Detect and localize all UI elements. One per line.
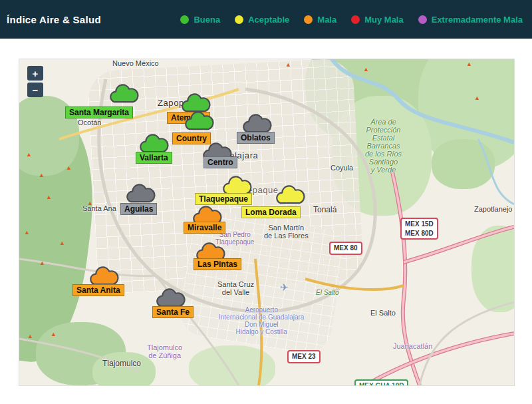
legend-dot-muy-mala-icon: [351, 15, 360, 24]
place-label-zapotlanejo: Zapotlanejo: [474, 205, 513, 213]
station-label: Santa Anita: [72, 284, 124, 296]
peak-icon: ▲: [474, 95, 480, 101]
peak-icon: ▲: [27, 333, 33, 339]
place-label-el-salto-green: El Salto: [316, 289, 338, 296]
cloud-icon: [137, 130, 170, 154]
zoom-out-button[interactable]: −: [27, 83, 43, 97]
station-santa-margarita[interactable]: Santa Margarita: [65, 106, 133, 118]
station-vallarta[interactable]: Vallarta: [136, 151, 172, 164]
river-path: [332, 59, 514, 142]
river-branch: [478, 139, 514, 204]
cloud-icon: [107, 81, 140, 104]
legend-item-aceptable: Aceptable: [235, 15, 289, 25]
road-badge-mex15d-80d: MEX 15D MEX 80D: [400, 218, 438, 240]
place-label-san-martin: San Martín de Las Flores: [264, 224, 309, 240]
legend-label-muy-mala: Muy Mala: [364, 15, 404, 25]
station-label: Loma Dorada: [241, 206, 301, 218]
road-badge-mex23: MEX 23: [287, 350, 321, 363]
place-label-protected-area: Área de Protección Estatal Barrancas de …: [365, 118, 402, 174]
cloud-icon: [124, 180, 157, 204]
station-label: Santa Fe: [152, 306, 194, 318]
air-quality-map[interactable]: Nuevo México Zapopan Ocotán Guadalajara …: [19, 59, 515, 386]
legend-item-extremadamente-mala: Extremadamente Mala: [418, 15, 523, 25]
legend-label-aceptable: Aceptable: [248, 15, 289, 25]
cloud-icon: [273, 182, 307, 206]
road-badge-mex80: MEX 80: [329, 242, 362, 255]
page-title: Índice Aire & Salud: [7, 14, 101, 25]
header: Índice Aire & Salud Buena Aceptable Mala…: [0, 0, 532, 39]
road-badge-mex-gua-10d: MEX GUA 10D: [354, 379, 408, 386]
peak-icon: ▲: [59, 240, 65, 246]
peak-icon: ▲: [46, 194, 52, 200]
highway-mex80: [305, 279, 404, 290]
place-label-santa-cruz-del-valle: Santa Cruz del Valle: [217, 280, 254, 296]
place-label-juanacatlan: Juanacatlán: [393, 342, 432, 350]
station-label: Miravalle: [184, 222, 225, 234]
peak-icon: ▲: [285, 62, 291, 68]
cloud-icon: [182, 108, 215, 132]
station-label: Oblatos: [237, 132, 275, 144]
place-label-tlajomulco-de-zuniga: Tlajomulco de Zúñiga: [147, 343, 182, 359]
station-label: Aguilas: [120, 203, 157, 215]
zoom-in-button[interactable]: +: [27, 66, 43, 81]
legend-dot-buena-icon: [180, 15, 189, 24]
zoom-control: + −: [27, 66, 43, 97]
station-centro[interactable]: Centro: [203, 156, 237, 168]
peak-icon: ▲: [51, 331, 57, 337]
place-label-nuevo-mexico: Nuevo México: [112, 59, 159, 67]
place-label-coyula: Coyula: [331, 164, 353, 172]
place-label-santa-ana: Santa Ana: [82, 204, 116, 212]
legend-dot-aceptable-icon: [235, 15, 243, 24]
legend-label-mala: Mala: [317, 15, 336, 25]
station-label: Vallarta: [136, 152, 172, 164]
legend-item-muy-mala: Muy Mala: [351, 15, 404, 25]
airport-plane-icon: ✈: [280, 282, 289, 294]
cloud-icon: [240, 110, 273, 134]
peak-icon: ▲: [24, 230, 30, 236]
station-santa-fe[interactable]: Santa Fe: [152, 305, 194, 318]
legend-item-mala: Mala: [304, 15, 336, 25]
station-aguilas[interactable]: Aguilas: [120, 202, 157, 215]
legend-dot-mala-icon: [304, 15, 313, 24]
place-label-ocotan: Ocotán: [78, 118, 101, 126]
peak-icon: ▲: [363, 67, 369, 73]
station-santa-anita[interactable]: Santa Anita: [72, 284, 124, 296]
station-las-pintas[interactable]: Las Pintas: [194, 258, 241, 270]
station-miravalle[interactable]: Miravalle: [184, 221, 225, 234]
toll-road-east: [392, 169, 420, 385]
peak-icon: ▲: [466, 61, 472, 67]
station-label: Las Pintas: [194, 258, 241, 270]
legend-label-buena: Buena: [194, 15, 220, 25]
peak-icon: ▲: [26, 152, 32, 158]
legend-dot-extremadamente-mala-icon: [418, 15, 427, 24]
place-label-tonala: Tonalá: [313, 205, 336, 214]
place-label-tlajomulco: Tlajomulco: [102, 359, 141, 368]
air-quality-legend: Buena Aceptable Mala Muy Mala Extremadam…: [180, 15, 525, 25]
legend-label-extremadamente-mala: Extremadamente Mala: [432, 15, 523, 25]
station-label: Santa Margarita: [65, 106, 133, 118]
peak-icon: ▲: [39, 260, 45, 266]
place-label-airport: Aeropuerto Internacional de Guadalajara …: [219, 306, 304, 335]
station-label: Centro: [203, 156, 237, 168]
legend-item-buena: Buena: [180, 15, 220, 25]
place-label-el-salto: El Salto: [370, 309, 396, 317]
cloud-icon: [87, 263, 120, 287]
peak-icon: ▲: [66, 165, 72, 171]
station-loma-dorada[interactable]: Loma Dorada: [241, 206, 301, 218]
cloud-icon: [154, 285, 187, 309]
peak-icon: ▲: [39, 172, 45, 178]
station-oblatos[interactable]: Oblatos: [237, 131, 275, 144]
